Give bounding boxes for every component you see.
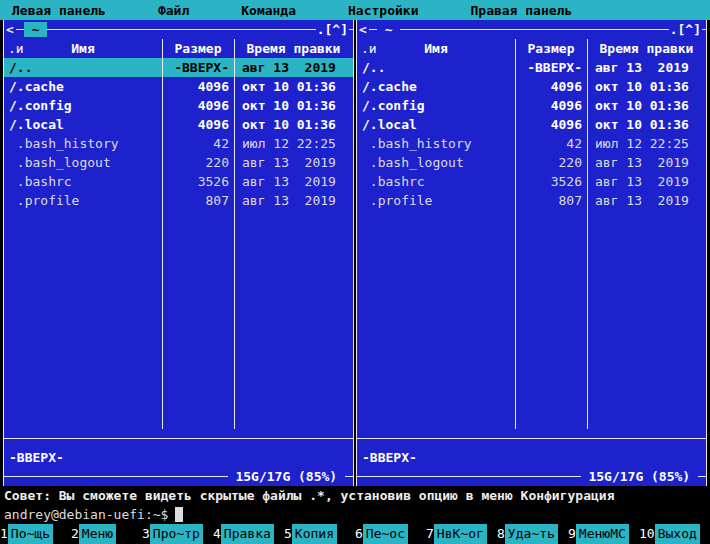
right-panel-titlebar: < ~ .[^] [357,20,706,39]
left-panel-separator [4,429,353,448]
file-name: /.cache [357,77,515,96]
file-mtime: окт 10 01:36 [234,96,353,115]
file-name: .bashrc [4,172,162,191]
file-mtime: авг 13 2019 [234,172,353,191]
file-row[interactable]: .bash_logout220авг 13 2019 [357,153,706,172]
column-header-name-label: Имя [71,41,94,56]
file-name: /.. [357,58,515,77]
left-panel-rows: /..-ВВЕРХ-авг 13 2019/.cache4096окт 10 0… [4,58,353,429]
sort-indicator: .и [361,39,377,58]
file-row[interactable]: /..-ВВЕРХ-авг 13 2019 [357,58,706,77]
column-header-mtime[interactable]: Время правки [234,39,353,58]
fkey-number: 2 [71,524,79,544]
fkey-1[interactable]: 1По~щь [0,524,71,544]
fkey-label: Пе~ос [363,524,408,544]
frame-line [369,29,377,30]
fkey-number: 9 [568,524,576,544]
menu-item-4[interactable]: Настройки [348,3,418,18]
left-panel-body: .иИмя Размер Время правки /..-ВВЕРХ-авг … [4,39,353,429]
file-name: /.local [4,115,162,134]
right-panel-separator [357,429,706,448]
menu-item-3[interactable]: Команда [241,3,296,18]
file-row[interactable]: /.cache4096окт 10 01:36 [357,77,706,96]
fkey-3[interactable]: 3Про~тр [142,524,213,544]
file-size: 4096 [515,77,587,96]
file-mtime: авг 13 2019 [234,191,353,210]
column-separator [162,39,163,429]
file-mtime: окт 10 01:36 [587,77,706,96]
file-size: 4096 [515,96,587,115]
file-row[interactable]: .bashrc3526авг 13 2019 [357,172,706,191]
fkey-7[interactable]: 7НвК~ог [426,524,497,544]
file-row[interactable]: .bashrc3526авг 13 2019 [4,172,353,191]
right-panel-body: .иИмя Размер Время правки /..-ВВЕРХ-авг … [357,39,706,429]
frame-line [349,29,353,30]
left-panel-history-button[interactable]: .[^] [316,22,349,37]
left-panel-disk-usage: 15G/17G (85%) [228,469,345,484]
column-header-mtime[interactable]: Время правки [587,39,706,58]
file-size: 807 [515,191,587,210]
fkey-4[interactable]: 4Правка [213,524,284,544]
left-panel: < ~ .[^] .иИмя Размер Время правки /..-В… [3,20,354,486]
file-row[interactable]: .bash_history42июл 12 22:25 [4,134,353,153]
file-name: /.. [4,58,162,77]
left-panel-ministatus: -ВВЕРХ- [4,448,353,467]
file-mtime: окт 10 01:36 [587,96,706,115]
column-header-name[interactable]: .иИмя [4,39,162,58]
file-row[interactable]: /.config4096окт 10 01:36 [357,96,706,115]
file-row[interactable]: /.cache4096окт 10 01:36 [4,77,353,96]
column-header-size[interactable]: Размер [162,39,234,58]
frame-line [400,29,668,30]
fkey-label: Копия [292,524,337,544]
fkey-label: МенюМС [576,524,629,544]
right-panel-path[interactable]: ~ [377,22,400,37]
fkey-number: 6 [355,524,363,544]
file-name: .profile [4,191,162,210]
left-panel-path[interactable]: ~ [24,22,47,37]
column-header-name[interactable]: .иИмя [357,39,515,58]
frame-line [4,476,228,477]
file-size: 4096 [162,96,234,115]
column-header-size[interactable]: Размер [515,39,587,58]
menu-item-1[interactable]: Левая панель [12,3,106,18]
fkey-number: 7 [426,524,434,544]
file-name: /.cache [4,77,162,96]
right-panel-history-button[interactable]: .[^] [669,22,702,37]
frame-line [698,476,706,477]
menu-bar: Левая панельФайлКомандаНастройкиПравая п… [0,0,710,20]
file-row[interactable]: .profile807авг 13 2019 [357,191,706,210]
file-mtime: окт 10 01:36 [234,115,353,134]
scroll-left-marker: < [4,22,16,37]
frame-line [4,438,353,439]
column-separator [234,39,235,429]
fkey-8[interactable]: 8Уда~ть [497,524,568,544]
fkey-2[interactable]: 2Меню [71,524,142,544]
file-row[interactable]: /..-ВВЕРХ-авг 13 2019 [4,58,353,77]
left-panel-titlebar: < ~ .[^] [4,20,353,39]
file-row[interactable]: /.config4096окт 10 01:36 [4,96,353,115]
file-mtime: авг 13 2019 [234,153,353,172]
file-size: 4096 [515,115,587,134]
panels-area: < ~ .[^] .иИмя Размер Время правки /..-В… [0,20,710,486]
file-row[interactable]: .profile807авг 13 2019 [4,191,353,210]
file-row[interactable]: /.local4096окт 10 01:36 [357,115,706,134]
left-panel-column-headers: .иИмя Размер Время правки [4,39,353,58]
frame-line [357,438,706,439]
file-name: .bash_logout [4,153,162,172]
menu-item-2[interactable]: Файл [158,3,189,18]
frame-line [16,29,24,30]
fkey-5[interactable]: 5Копия [284,524,355,544]
file-size: 220 [515,153,587,172]
file-mtime: авг 13 2019 [234,58,353,77]
fkey-label: Выход [655,524,700,544]
fkey-9[interactable]: 9МенюМС [568,524,639,544]
file-row[interactable]: .bash_logout220авг 13 2019 [4,153,353,172]
fkey-6[interactable]: 6Пе~ос [355,524,426,544]
fkey-10[interactable]: 10Выход [639,524,710,544]
file-name: .bashrc [357,172,515,191]
file-row[interactable]: .bash_history42июл 12 22:25 [357,134,706,153]
fkey-number: 1 [0,524,8,544]
command-line[interactable]: andrey@debian-uefi:~$ [0,505,710,524]
file-row[interactable]: /.local4096окт 10 01:36 [4,115,353,134]
menu-item-5[interactable]: Правая панель [470,3,572,18]
